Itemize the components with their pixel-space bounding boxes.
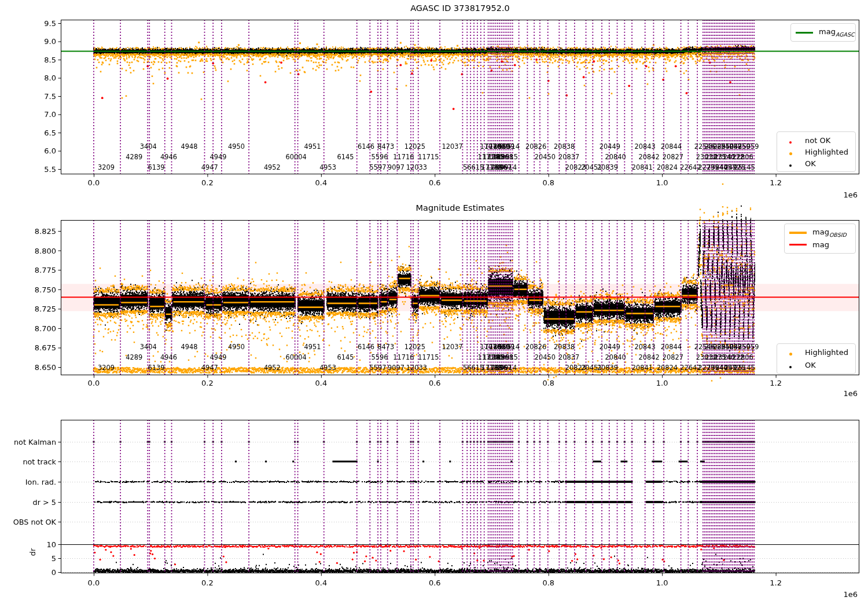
obsid-label: 4947: [201, 364, 218, 372]
obsid-label: 20450: [535, 153, 556, 161]
y-tick-label: 9.0: [44, 37, 56, 46]
obsid-label: 6139: [148, 163, 165, 171]
legend-entry-ok: OK: [782, 158, 851, 169]
axes2-title: Magnitude Estimates: [61, 203, 859, 213]
legend-mag-lines: magOBSIDmag: [784, 224, 856, 254]
legend-point-types-mid: HighlightedOK: [777, 343, 856, 374]
obsid-label: 25145: [734, 163, 755, 171]
obsid-label: 20824: [657, 364, 678, 372]
y-tick-label: 8.700: [35, 324, 56, 332]
legend-label: mag: [812, 240, 829, 249]
obsid-label: 12037: [442, 142, 463, 151]
obsid-label: 20826: [525, 343, 546, 351]
obsid-label: 20837: [558, 353, 579, 361]
x-tick-label: 0.4: [315, 379, 328, 387]
y-tick-label: 8.725: [35, 305, 56, 313]
legend-dot-swatch: [782, 135, 799, 146]
obsid-label: 6146: [358, 142, 374, 151]
obsid-label: 20838: [554, 142, 575, 151]
legend-entry-mag-agasc: magAGASC: [796, 26, 851, 39]
legend-label: OK: [805, 361, 816, 369]
figure-root: AGASC ID 373817952.0 Magnitude Estimates…: [0, 0, 868, 608]
obsid-label: 4946: [160, 353, 177, 361]
obsid-label: 60004: [286, 153, 307, 161]
obsid-label: 12033: [406, 163, 427, 171]
obsid-label: 50514: [499, 142, 520, 151]
y-tick-label: 8.5: [44, 55, 56, 64]
obsid-label: 4948: [181, 343, 197, 351]
figure-canvas: [0, 0, 868, 608]
obsid-label: 4953: [319, 163, 336, 171]
obsid-label: 19915: [497, 153, 518, 161]
y-tick-label: 8.775: [35, 266, 56, 274]
x-tick-label: 0.0: [88, 178, 100, 187]
x-tick-label: 0.4: [315, 578, 328, 587]
dr-tick-label: 10: [46, 540, 56, 549]
obsid-label: 4950: [228, 343, 245, 351]
y-tick-label: 8.825: [35, 226, 56, 235]
obsid-label: 4948: [181, 142, 197, 151]
flag-label-not-track: not track: [23, 457, 56, 466]
obsid-label: 25059: [738, 343, 759, 351]
y-tick-label: 8.750: [35, 285, 56, 294]
obsid-label: 20449: [599, 142, 620, 151]
y-tick-label: 8.650: [35, 363, 56, 372]
y-tick-label: 6.0: [44, 146, 56, 155]
obsid-label: 4946: [160, 153, 177, 161]
obsid-label: 20841: [632, 163, 653, 171]
x-tick-label: 1.0: [656, 379, 668, 387]
legend-entry-ok: OK: [782, 359, 851, 372]
obsid-label: 20827: [663, 353, 683, 361]
obsid-label: 50514: [499, 343, 520, 351]
legend-label: magOBSID: [812, 228, 847, 238]
legend-label: magAGASC: [819, 27, 855, 38]
y-tick-label: 5.5: [44, 164, 56, 173]
obsid-label: 4947: [201, 163, 218, 171]
legend-line-swatch: [796, 32, 813, 34]
x-tick-label: 1.2: [770, 379, 782, 387]
obsid-label: 4952: [264, 163, 281, 171]
x-tick-label: 0.6: [429, 178, 441, 187]
obsid-label: 11715: [418, 353, 439, 361]
obsid-label: 11716: [393, 153, 414, 161]
legend-line-swatch: [789, 244, 807, 246]
obsid-label: 3404: [140, 142, 157, 151]
dr-axis-label: dr: [28, 548, 37, 556]
obsid-label: 4949: [210, 153, 227, 161]
obsid-label: 4952: [264, 364, 281, 372]
x-tick-label: 0.2: [201, 178, 214, 187]
obsid-label: 20839: [597, 364, 618, 372]
obsid-label: 12025: [404, 142, 425, 151]
obsid-label: 20838: [554, 343, 575, 351]
axes2-offset-text: 1e6: [843, 389, 858, 398]
obsid-label: 20837: [558, 153, 579, 161]
obsid-label: 4289: [126, 153, 142, 161]
legend-label: not OK: [805, 136, 830, 145]
dr-tick-label: 5: [52, 554, 56, 563]
y-tick-label: 6.5: [44, 128, 56, 137]
flag-label-obs-not-ok: OBS not OK: [13, 518, 56, 526]
x-tick-label: 0.0: [88, 578, 100, 587]
y-tick-label: 7.5: [44, 91, 56, 100]
obsid-label: 20844: [661, 343, 682, 351]
obsid-label: 22806: [733, 353, 753, 361]
obsid-label: 6145: [337, 153, 354, 161]
obsid-label: 20839: [597, 163, 618, 171]
obsid-label: 20841: [632, 364, 653, 372]
legend-entry-highlighted: Highlighted: [782, 346, 851, 359]
y-tick-label: 8.0: [44, 74, 56, 82]
axes1-title: AGASC ID 373817952.0: [61, 3, 859, 13]
obsid-label: 12025: [404, 343, 425, 351]
obsid-label: 20843: [635, 343, 656, 351]
obsid-label: 25059: [738, 142, 759, 151]
flag-label-ion-rad-: Ion. rad.: [25, 478, 56, 486]
legend-dot-swatch: [782, 146, 799, 158]
y-tick-label: 7.0: [44, 110, 56, 119]
obsid-label: 20844: [661, 142, 682, 151]
legend-label: Highlighted: [805, 148, 848, 156]
flag-label-dr-5: dr > 5: [33, 498, 56, 507]
dr-tick-label: 0: [52, 568, 56, 577]
obsid-label: 4289: [126, 353, 142, 361]
obsid-label: 3404: [140, 343, 157, 351]
x-tick-label: 0.6: [429, 379, 441, 387]
